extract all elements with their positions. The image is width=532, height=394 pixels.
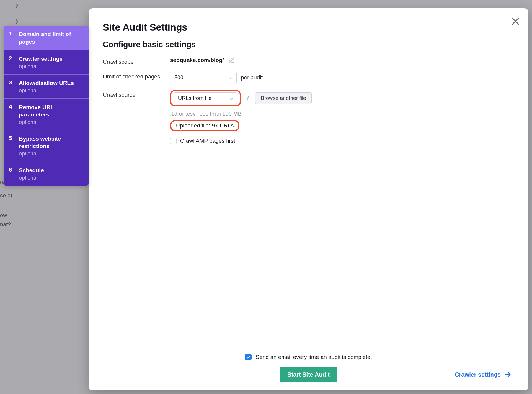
label-limit-pages: Limit of checked pages xyxy=(103,72,170,80)
uploaded-file-text: Uploaded file: 97 URLs xyxy=(173,122,236,129)
row-email-notify: Send an email every time an audit is com… xyxy=(245,354,372,360)
crawl-scope-value: seoquake.com/blog/ xyxy=(170,57,224,63)
amp-label: Crawl AMP pages first xyxy=(180,138,235,144)
arrow-right-icon xyxy=(504,371,511,378)
step-subtitle: optional xyxy=(19,88,74,94)
chevron-down-icon xyxy=(229,75,233,80)
settings-modal: Site Audit Settings Configure basic sett… xyxy=(89,8,528,390)
wizard-step-schedule[interactable]: 6 Schedule optional xyxy=(4,162,89,186)
wizard-step-domain[interactable]: 1 Domain and limit of pages xyxy=(4,26,89,50)
step-subtitle: optional xyxy=(19,175,44,181)
step-number: 2 xyxy=(9,55,14,70)
step-title: Schedule xyxy=(19,167,44,174)
settings-form: Crawl scope seoquake.com/blog/ Limit of … xyxy=(103,57,514,144)
browse-file-button[interactable]: Browse another file xyxy=(255,92,312,104)
step-number: 4 xyxy=(9,104,14,125)
step-number: 5 xyxy=(9,135,14,157)
next-step-label: Crawler settings xyxy=(455,371,501,378)
edit-icon[interactable] xyxy=(228,57,235,63)
per-audit-text: per audit xyxy=(241,74,263,81)
file-hint: .txt or .csv, less than 100 MB xyxy=(170,111,514,117)
step-number: 3 xyxy=(9,79,14,94)
next-step-link[interactable]: Crawler settings xyxy=(455,371,511,378)
step-subtitle: optional xyxy=(19,151,83,157)
limit-pages-value: 500 xyxy=(174,75,183,81)
close-button[interactable] xyxy=(510,16,521,27)
wizard-step-bypass-restrictions[interactable]: 5 Bypass website restrictions optional xyxy=(4,130,89,162)
step-subtitle: optional xyxy=(19,63,63,70)
step-title: Remove URL parameters xyxy=(19,104,83,119)
step-title: Allow/disallow URLs xyxy=(19,79,74,87)
modal-footer: Send an email every time an audit is com… xyxy=(103,348,514,382)
wizard-sidebar: 1 Domain and limit of pages 2 Crawler se… xyxy=(4,26,89,186)
modal-title: Site Audit Settings xyxy=(103,22,514,33)
row-crawl-source: Crawl source URLs from file i Browse ano… xyxy=(103,90,514,144)
step-subtitle: optional xyxy=(19,119,83,125)
step-title: Bypass website restrictions xyxy=(19,135,83,150)
wizard-step-allow-disallow[interactable]: 3 Allow/disallow URLs optional xyxy=(4,75,89,99)
start-audit-label: Start Site Audit xyxy=(287,371,330,378)
row-limit-pages: Limit of checked pages 500 per audit xyxy=(103,72,514,83)
start-audit-button[interactable]: Start Site Audit xyxy=(280,367,337,382)
highlight-uploaded-file: Uploaded file: 97 URLs xyxy=(170,120,239,131)
chevron-down-icon xyxy=(229,96,234,100)
email-checkbox[interactable] xyxy=(245,354,252,360)
step-title: Crawler settings xyxy=(19,55,63,63)
step-number: 6 xyxy=(9,167,14,181)
browse-file-label: Browse another file xyxy=(261,95,306,101)
row-crawl-scope: Crawl scope seoquake.com/blog/ xyxy=(103,57,514,65)
crawl-source-select[interactable]: URLs from file xyxy=(174,92,237,104)
step-title: Domain and limit of pages xyxy=(19,30,83,45)
wizard-step-remove-url-params[interactable]: 4 Remove URL parameters optional xyxy=(4,99,89,130)
email-label: Send an email every time an audit is com… xyxy=(256,354,372,360)
section-title: Configure basic settings xyxy=(103,40,514,49)
amp-checkbox[interactable] xyxy=(170,138,177,144)
wizard-step-crawler-settings[interactable]: 2 Crawler settings optional xyxy=(4,50,89,75)
info-icon[interactable]: i xyxy=(245,95,251,101)
highlight-crawl-source: URLs from file xyxy=(170,90,241,106)
step-number: 1 xyxy=(9,30,14,45)
limit-pages-select[interactable]: 500 xyxy=(170,72,237,83)
label-crawl-source: Crawl source xyxy=(103,90,170,98)
row-crawl-amp: Crawl AMP pages first xyxy=(170,138,514,144)
label-crawl-scope: Crawl scope xyxy=(103,57,170,65)
crawl-source-value: URLs from file xyxy=(178,95,212,101)
